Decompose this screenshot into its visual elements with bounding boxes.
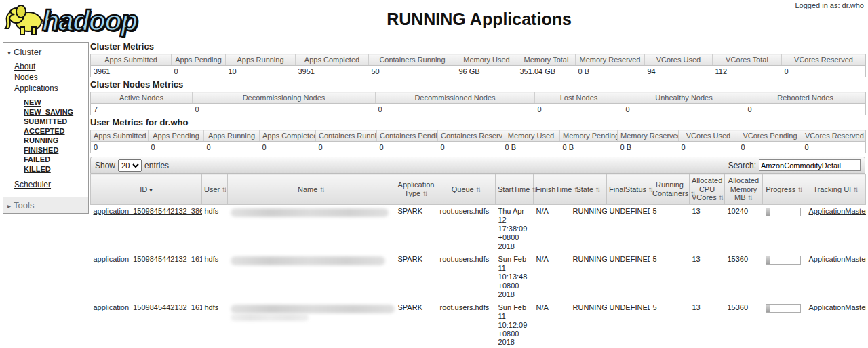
application-allocated-memory: 10240 bbox=[728, 207, 749, 215]
metric-column-header: Containers Pending bbox=[377, 130, 438, 142]
apps-column-header-allocated-memory-mb[interactable]: Allocated Memory MB⇅ bbox=[725, 174, 763, 205]
application-queue: root.users.hdfs bbox=[440, 303, 490, 311]
metric-value: 0 bbox=[262, 143, 267, 151]
metric-column-header: Memory Used bbox=[502, 130, 560, 142]
application-running-containers: 5 bbox=[653, 303, 657, 311]
metric-column-header: Memory Pending bbox=[560, 130, 618, 142]
metric-column-header: Apps Completed bbox=[260, 130, 316, 142]
sort-icon: ⇅ bbox=[719, 195, 724, 201]
metric-value: 0 B bbox=[578, 67, 590, 75]
apps-column-header-application-type[interactable]: Application Type⇅ bbox=[395, 174, 437, 205]
apps-column-header-queue[interactable]: Queue⇅ bbox=[437, 174, 496, 205]
metric-value: 94 bbox=[648, 67, 656, 75]
application-allocated-vcores: 13 bbox=[692, 303, 701, 311]
application-id-link[interactable]: application_1509845442132_3866 bbox=[94, 207, 202, 215]
sort-icon: ⇅ bbox=[422, 191, 428, 197]
application-state-links: NEW NEW_SAVING SUBMITTED ACCEPTED RUNNIN… bbox=[3, 98, 88, 174]
page-size-select[interactable]: 20 bbox=[118, 159, 142, 172]
metric-column-header: Memory Reserved bbox=[618, 130, 679, 142]
sidebar-item-nodes[interactable]: Nodes bbox=[3, 72, 88, 83]
apps-column-header-progress[interactable]: Progress⇅ bbox=[763, 174, 806, 205]
application-id-link[interactable]: application_1509845442132_1613 bbox=[94, 255, 202, 263]
metric-column-header: VCores Reserved bbox=[782, 54, 866, 66]
application-name-redacted bbox=[231, 208, 389, 217]
sidebar-item-finished[interactable]: FINISHED bbox=[3, 145, 88, 155]
metric-column-header: Apps Running bbox=[204, 130, 260, 142]
apps-column-header-name[interactable]: Name⇅ bbox=[228, 174, 395, 205]
apps-column-header-state[interactable]: State⇅ bbox=[570, 174, 607, 205]
metric-value-link[interactable]: 0 bbox=[195, 105, 199, 113]
metric-value: 3961 bbox=[94, 67, 110, 75]
application-running-containers: 5 bbox=[653, 255, 657, 263]
sidebar-item-running[interactable]: RUNNING bbox=[3, 136, 88, 145]
sidebar-item-scheduler[interactable]: Scheduler bbox=[3, 179, 88, 190]
application-name-redacted bbox=[231, 305, 395, 313]
tracking-ui-link[interactable]: ApplicationMaster bbox=[809, 207, 866, 215]
progress-bar-fill bbox=[766, 256, 770, 264]
sidebar-section-tools[interactable]: ▸Tools bbox=[3, 197, 89, 214]
search-label: Search: bbox=[728, 161, 756, 170]
apps-column-header-starttime[interactable]: StartTime⇅ bbox=[496, 174, 534, 205]
apps-column-header-running-containers[interactable]: Running Containers⇅ bbox=[650, 174, 690, 205]
application-state: RUNNING bbox=[573, 207, 607, 215]
metric-value-link[interactable]: 0 bbox=[626, 105, 630, 113]
sidebar-item-accepted[interactable]: ACCEPTED bbox=[3, 126, 88, 136]
application-final-status: UNDEFINED bbox=[610, 303, 650, 311]
tracking-ui-link[interactable]: ApplicationMaster bbox=[809, 255, 866, 263]
metric-value-link[interactable]: 0 bbox=[378, 105, 382, 113]
application-finish-time: N/A bbox=[536, 255, 549, 263]
metric-column-header: VCores Pending bbox=[738, 130, 802, 142]
application-start-time: Sun Feb 11 10:12:09 +0800 2018 bbox=[498, 303, 528, 347]
metric-column-header: Rebooted Nodes bbox=[745, 92, 866, 104]
sort-icon: ⇅ bbox=[853, 187, 859, 193]
sidebar-item-new[interactable]: NEW bbox=[3, 98, 88, 107]
metric-column-header: Decommissioned Nodes bbox=[376, 92, 535, 104]
metric-value: 351.04 GB bbox=[520, 67, 556, 75]
apps-column-header-allocated-cpu-vcores[interactable]: Allocated CPU VCores⇅ bbox=[690, 174, 725, 205]
metric-column-header: Apps Completed bbox=[296, 54, 369, 66]
apps-column-header-id[interactable]: ID▾ bbox=[91, 174, 202, 205]
apps-column-header-tracking-ui[interactable]: Tracking UI⇅ bbox=[806, 174, 866, 205]
application-start-time: Thu Apr 12 17:38:09 +0800 2018 bbox=[498, 207, 528, 250]
table-toolbar: Show 20 entries Search: bbox=[90, 157, 865, 174]
application-finish-time: N/A bbox=[536, 303, 549, 311]
cluster-nodes-metrics-heading: Cluster Nodes Metrics bbox=[90, 79, 865, 90]
apps-column-header-finishtime[interactable]: FinishTime⇅ bbox=[534, 174, 570, 205]
metric-value: 10 bbox=[229, 67, 237, 75]
tracking-ui-link[interactable]: ApplicationMaster bbox=[809, 303, 866, 311]
cluster-nodes-metrics-table: Active NodesDecommissioning NodesDecommi… bbox=[90, 92, 865, 115]
apps-column-header-user[interactable]: User⇅ bbox=[202, 174, 228, 205]
application-id-link[interactable]: application_1509845442132_1610 bbox=[94, 303, 202, 311]
metric-value-link[interactable]: 0 bbox=[538, 105, 542, 113]
cluster-metrics: Apps SubmittedApps PendingApps RunningAp… bbox=[90, 54, 866, 77]
sidebar-item-killed[interactable]: KILLED bbox=[3, 164, 88, 174]
progress-bar bbox=[766, 256, 801, 265]
application-state: RUNNING bbox=[573, 303, 607, 311]
sidebar-section-cluster[interactable]: ▾Cluster bbox=[3, 45, 88, 61]
metric-value-link[interactable]: 0 bbox=[748, 105, 752, 113]
metric-column-header: Decommissioning Nodes bbox=[193, 92, 376, 104]
sidebar-item-submitted[interactable]: SUBMITTED bbox=[3, 117, 88, 126]
apps-column-header-finalstatus[interactable]: FinalStatus⇅ bbox=[607, 174, 650, 205]
metric-value: 0 bbox=[207, 143, 211, 151]
application-type: SPARK bbox=[398, 207, 422, 215]
application-type: SPARK bbox=[398, 303, 422, 311]
progress-bar bbox=[766, 208, 801, 216]
sidebar-item-applications[interactable]: Applications bbox=[3, 83, 88, 94]
metric-value: 3951 bbox=[298, 67, 315, 75]
metric-column-header: VCores Total bbox=[713, 54, 782, 66]
application-allocated-memory: 15360 bbox=[728, 255, 749, 263]
metric-column-header: VCores Used bbox=[679, 130, 738, 142]
application-final-status: UNDEFINED bbox=[610, 207, 650, 215]
metric-value: 0 B bbox=[563, 143, 574, 151]
sort-icon: ⇅ bbox=[797, 187, 803, 193]
sidebar-item-failed[interactable]: FAILED bbox=[3, 155, 88, 164]
metric-value-link[interactable]: 7 bbox=[94, 105, 98, 113]
application-queue: root.users.hdfs bbox=[440, 207, 490, 215]
sidebar-item-new-saving[interactable]: NEW_SAVING bbox=[3, 107, 88, 117]
metric-column-header: Active Nodes bbox=[91, 92, 193, 104]
sort-icon: ⇅ bbox=[319, 187, 325, 193]
sidebar-item-about[interactable]: About bbox=[3, 61, 88, 72]
search-input[interactable] bbox=[759, 159, 861, 171]
sort-icon: ⇅ bbox=[595, 187, 601, 193]
